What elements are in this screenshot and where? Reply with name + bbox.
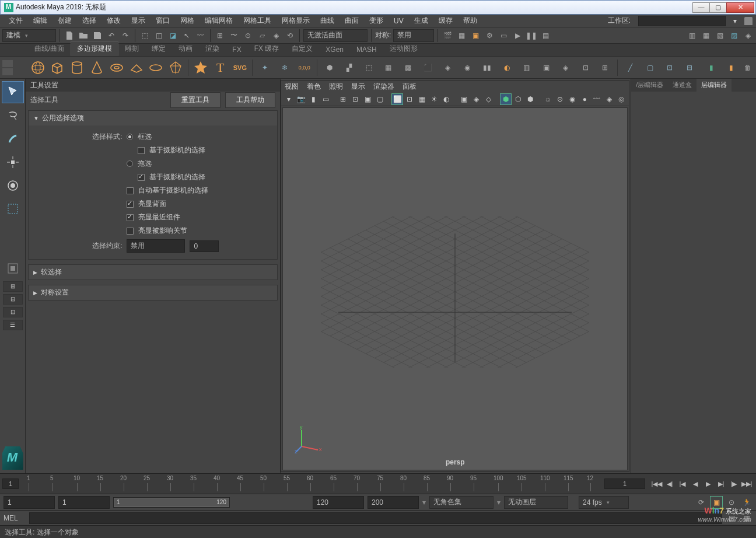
separate-icon[interactable]: ▞ <box>340 59 358 76</box>
lock-icon[interactable] <box>744 17 752 25</box>
panel-toggle-3-icon[interactable]: ▧ <box>714 30 726 41</box>
select-object-icon[interactable]: ◫ <box>153 30 164 41</box>
menu-cache[interactable]: 缓存 <box>433 16 458 26</box>
save-icon[interactable] <box>92 30 103 41</box>
multi-cut-icon[interactable]: ⊞ <box>597 59 614 76</box>
vp-motion-blur-icon[interactable]: 〰 <box>592 94 602 104</box>
rotate-tool-button[interactable] <box>2 174 24 197</box>
extrude-icon[interactable]: ▣ <box>537 59 555 76</box>
select-hierarchy-icon[interactable]: ⬚ <box>139 30 150 41</box>
range-end-field[interactable]: 200 <box>368 496 419 509</box>
step-fwd-key-icon[interactable]: |▶ <box>728 478 740 490</box>
fps-combo[interactable]: 24 fps▾ <box>579 496 629 509</box>
vp-resolution-gate-icon[interactable]: ▣ <box>362 94 373 104</box>
shelf-tab-render[interactable]: 渲染 <box>199 41 226 56</box>
snap-live-icon[interactable]: ◈ <box>270 30 282 41</box>
vp-shaded-icon[interactable]: ⬜ <box>392 94 402 104</box>
poly-type-icon[interactable]: T <box>212 59 229 76</box>
panel-toggle-1-icon[interactable]: ▥ <box>686 30 698 41</box>
snap-grid-icon[interactable]: ⊞ <box>214 30 226 41</box>
snap-toggle-icon[interactable]: ⟲ <box>284 30 296 41</box>
symmetry-header[interactable]: ▶对称设置 <box>29 285 277 300</box>
lasso-tool-button[interactable] <box>2 104 24 127</box>
menu-help[interactable]: 帮助 <box>458 16 482 26</box>
close-button[interactable]: ✕ <box>726 2 754 13</box>
shelf-tab-poly[interactable]: 多边形建模 <box>71 41 118 56</box>
new-icon[interactable] <box>64 30 75 41</box>
command-input[interactable] <box>29 512 722 524</box>
snap-plane-icon[interactable]: ▱ <box>256 30 268 41</box>
chevron-down-icon[interactable]: ▾ <box>728 17 742 25</box>
menu-curves[interactable]: 曲线 <box>315 16 340 26</box>
ipr-icon[interactable]: ▦ <box>456 30 467 41</box>
poly-cone-icon[interactable] <box>88 59 106 76</box>
poly-sphere-icon[interactable] <box>29 59 47 76</box>
vp-image-plane-icon[interactable]: ▭ <box>320 94 331 104</box>
shelf-tab-xgen[interactable]: XGen <box>319 43 350 56</box>
render-icon[interactable]: 🎬 <box>442 30 453 41</box>
offset-edge-icon[interactable]: ▢ <box>641 59 659 76</box>
menu-file[interactable]: 文件 <box>4 16 28 26</box>
undo-icon[interactable]: ↶ <box>106 30 117 41</box>
menu-uv[interactable]: UV <box>388 17 409 25</box>
go-end-icon[interactable]: ▶▶| <box>741 478 752 490</box>
common-section-header[interactable]: ▼公用选择选项 <box>29 111 277 125</box>
charset-combo[interactable]: 无角色集 <box>429 496 494 509</box>
range-start-field[interactable]: 1 <box>4 496 55 509</box>
shelf-tab-custom[interactable]: 自定义 <box>285 41 319 56</box>
symmetry-combo[interactable]: 禁用 <box>393 29 434 42</box>
minimize-button[interactable]: — <box>692 2 710 13</box>
smooth-icon[interactable]: ▩ <box>400 59 417 76</box>
scale-tool-button[interactable] <box>2 198 24 220</box>
pause-icon[interactable]: ❚❚ <box>526 30 537 41</box>
poly-torus-icon[interactable] <box>108 59 125 76</box>
center-pivot-icon[interactable]: 0,0,0 <box>296 59 313 76</box>
move-tool-button[interactable] <box>2 151 24 173</box>
render-region-icon[interactable]: ▣ <box>470 30 481 41</box>
poly-disc-icon[interactable] <box>147 59 164 76</box>
vp-menu-lighting[interactable]: 照明 <box>329 82 343 92</box>
shelf-tab-anim[interactable]: 动画 <box>172 41 199 56</box>
shelf-tab-mash[interactable]: MASH <box>350 43 383 56</box>
vp-gate-mask-icon[interactable]: ▢ <box>374 94 385 104</box>
vp-lights-icon[interactable]: ☀ <box>429 94 439 104</box>
menu-meshtools[interactable]: 网格工具 <box>238 16 276 26</box>
mirror-icon[interactable]: ▮▮ <box>478 59 496 76</box>
vp-textured-icon[interactable]: ▦ <box>416 94 427 104</box>
backface-check[interactable] <box>127 201 134 208</box>
retopo-icon[interactable]: ◉ <box>459 59 476 76</box>
pivot-icon[interactable]: ✦ <box>256 59 274 76</box>
reset-tool-button[interactable]: 重置工具 <box>170 92 220 108</box>
poly-cylinder-icon[interactable] <box>68 59 86 76</box>
live-surface-combo[interactable]: 无激活曲面 <box>303 29 368 42</box>
select-lasso-icon[interactable]: 〰 <box>195 30 206 41</box>
shelf-tab-sculpt[interactable]: 雕刻 <box>118 41 145 56</box>
play-fwd-icon[interactable]: ▶ <box>702 478 714 490</box>
maximize-button[interactable]: ▢ <box>709 2 727 13</box>
marquee-radio[interactable] <box>127 134 133 140</box>
play-back-icon[interactable]: ◀ <box>690 478 701 490</box>
menu-modify[interactable]: 修改 <box>102 16 126 26</box>
range-slider[interactable]: 1120 <box>113 497 230 508</box>
shelf-tab-fxcache[interactable]: FX 缓存 <box>248 41 286 56</box>
camera-select-2-check[interactable] <box>138 174 145 181</box>
cmd-label[interactable]: MEL <box>4 514 26 522</box>
playblast-icon[interactable]: ▶ <box>512 30 523 41</box>
merge-icon[interactable]: ◈ <box>557 59 575 76</box>
poly-svg-icon[interactable]: SVG <box>232 59 249 76</box>
animlayer-combo[interactable]: 无动画层 <box>504 496 568 509</box>
shelf-tab-fx[interactable]: FX <box>226 43 247 56</box>
time-ruler[interactable]: 1510152025303540455055606570758085909510… <box>21 475 602 492</box>
timeline-cur-field[interactable]: 1 <box>604 478 645 489</box>
vp-light-2-icon[interactable]: ⊙ <box>555 94 565 104</box>
vp-ao-icon[interactable]: ● <box>579 94 590 104</box>
menu-meshdisplay[interactable]: 网格显示 <box>276 16 315 26</box>
target-weld-icon[interactable]: ⊡ <box>577 59 594 76</box>
vp-menu-panels[interactable]: 面板 <box>402 82 416 92</box>
auto-camera-check[interactable] <box>127 187 134 194</box>
connect-icon[interactable]: ⊡ <box>661 59 678 76</box>
vp-aa-icon[interactable]: ◈ <box>604 94 614 104</box>
paint-select-button[interactable] <box>2 128 24 150</box>
reduce-icon[interactable]: ⬛ <box>419 59 437 76</box>
step-back-key-icon[interactable]: ◀| <box>664 478 676 490</box>
